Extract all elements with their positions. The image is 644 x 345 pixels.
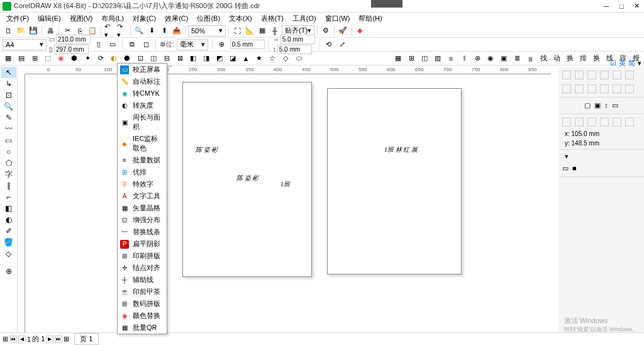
- new-icon[interactable]: 🗋: [3, 25, 14, 37]
- publish-icon[interactable]: 📤: [171, 25, 182, 37]
- dist-right-icon[interactable]: [587, 84, 596, 93]
- t3-15-icon[interactable]: ◧: [187, 53, 199, 64]
- mode-icon-2[interactable]: ▣: [594, 101, 601, 110]
- t3-char-3[interactable]: 换: [564, 53, 575, 64]
- t3-char-1[interactable]: 找: [538, 53, 549, 64]
- menu-view[interactable]: 视图(V): [66, 13, 97, 24]
- page-2[interactable]: 1班 林 红 展: [327, 88, 462, 274]
- open-icon[interactable]: 📁: [15, 25, 26, 37]
- t3-14-icon[interactable]: ⊠: [174, 53, 186, 64]
- zoom-tool-icon[interactable]: 🔍: [1, 101, 16, 112]
- dist-center-icon[interactable]: [575, 84, 584, 93]
- t3-4-icon[interactable]: ⬚: [42, 53, 53, 64]
- current-page-icon[interactable]: ◻: [140, 39, 152, 50]
- ellipse-tool-icon[interactable]: ○: [1, 146, 16, 157]
- t3-1-icon[interactable]: ▦: [3, 53, 14, 64]
- dd-item-1[interactable]: 📏自动标注: [118, 76, 167, 88]
- text-tool-icon[interactable]: 字: [1, 169, 16, 180]
- maximize-button[interactable]: □: [616, 2, 626, 11]
- nav-next-icon[interactable]: ▶: [46, 336, 53, 343]
- align-bottom-icon[interactable]: [625, 71, 634, 79]
- close-button[interactable]: ✕: [631, 2, 641, 11]
- treat-icon[interactable]: ⟲: [323, 39, 335, 50]
- parallel-tool-icon[interactable]: ∥: [1, 180, 16, 191]
- canvas[interactable]: 陈 姿 彬 陈 姿 彬 1班 1班 林 红 展: [25, 74, 551, 322]
- menu-tools[interactable]: 工具(O): [289, 13, 320, 24]
- t3-r7-icon[interactable]: ⊗: [472, 53, 483, 64]
- t3-char-2[interactable]: 动: [551, 53, 562, 64]
- t3-r1-icon[interactable]: ▦: [392, 53, 404, 64]
- dd-item-15[interactable]: ✛结点对齐: [118, 262, 167, 274]
- crop-tool-icon[interactable]: ⊡: [1, 89, 16, 101]
- t3-3-icon[interactable]: ⊞: [29, 53, 40, 64]
- nav-plus2-icon[interactable]: ⊞: [64, 335, 69, 343]
- t3-5-icon[interactable]: ◉: [55, 53, 67, 64]
- t3-r11-icon[interactable]: ⫼: [525, 53, 536, 64]
- transparency-tool-icon[interactable]: ◐: [1, 214, 16, 225]
- align-top-icon[interactable]: [600, 71, 609, 79]
- page-width-input[interactable]: [56, 35, 91, 44]
- t3-r9-icon[interactable]: ▣: [498, 53, 509, 64]
- nav-last-icon[interactable]: ⏭: [55, 336, 62, 343]
- dd-item-5[interactable]: ◆IEC监标取色: [118, 133, 167, 154]
- dd-item-8[interactable]: 字特效字: [118, 178, 167, 190]
- target-5-icon[interactable]: [613, 118, 621, 127]
- t3-char-5[interactable]: 换: [591, 53, 602, 64]
- dist-top-icon[interactable]: [600, 84, 609, 93]
- dd-item-14[interactable]: ⊞印刷拼版: [118, 250, 167, 262]
- eyedropper-tool-icon[interactable]: ✐: [1, 225, 16, 237]
- outline-tool-icon[interactable]: ◇: [1, 248, 16, 259]
- landscape-icon[interactable]: ▭: [107, 39, 118, 50]
- grid-icon[interactable]: ▦: [257, 25, 268, 37]
- dd-item-6[interactable]: ≡批量数据: [118, 154, 167, 166]
- nudge-input[interactable]: [230, 40, 265, 49]
- options-icon[interactable]: ⚙: [320, 25, 331, 37]
- menu-window[interactable]: 窗口(W): [321, 13, 354, 24]
- mode-icon-3[interactable]: ↕: [604, 101, 608, 110]
- dist-left-icon[interactable]: [562, 84, 571, 93]
- menu-edit[interactable]: 编辑(E): [34, 13, 65, 24]
- connector-tool-icon[interactable]: ⌐: [1, 191, 16, 203]
- t3-16-icon[interactable]: ◨: [201, 53, 212, 64]
- dist-middle-icon[interactable]: [613, 84, 621, 93]
- outline-mode-icon[interactable]: ▭: [562, 164, 569, 172]
- dd-item-3[interactable]: ◐转灰度: [118, 99, 167, 111]
- t3-18-icon[interactable]: ◪: [227, 53, 238, 64]
- t3-r10-icon[interactable]: ≣: [511, 53, 523, 64]
- app-icon2[interactable]: ◆: [354, 25, 365, 37]
- mode-icon-4[interactable]: ▭: [612, 101, 618, 110]
- save-icon[interactable]: 💾: [28, 25, 39, 37]
- menu-effect[interactable]: 效果(C): [161, 13, 192, 24]
- fill-tool-icon[interactable]: 🪣: [1, 237, 16, 248]
- dd-item-0[interactable]: ▭校正屏幕: [118, 64, 167, 76]
- shadow-tool-icon[interactable]: ◧: [1, 203, 16, 214]
- import-icon[interactable]: ⬇: [146, 25, 157, 37]
- dup-x-input[interactable]: [280, 35, 315, 44]
- zoom-dropdown[interactable]: 50%▾: [188, 25, 226, 37]
- menu-file[interactable]: 文件(F): [3, 13, 33, 24]
- dd-item-19[interactable]: ◉颜色替换: [118, 310, 167, 322]
- t3-8-icon[interactable]: ⟳: [95, 53, 106, 64]
- menu-help[interactable]: 帮助(H): [355, 13, 386, 24]
- target-6-icon[interactable]: [625, 118, 634, 127]
- t3-17-icon[interactable]: ◩: [214, 53, 225, 64]
- freehand-tool-icon[interactable]: ✎: [1, 112, 16, 123]
- dd-item-13[interactable]: P扁平阴影: [118, 238, 167, 250]
- vertical-ruler[interactable]: [18, 74, 25, 332]
- pick-tool-icon[interactable]: ↖: [1, 67, 16, 78]
- align-middle-icon[interactable]: [613, 71, 621, 79]
- dist-bottom-icon[interactable]: [625, 84, 634, 93]
- t3-2-icon[interactable]: ▤: [16, 53, 27, 64]
- target-3-icon[interactable]: [587, 118, 596, 127]
- horizontal-ruler[interactable]: 0 50 100 150 200 250 300 350 400 450 500…: [25, 67, 551, 74]
- t3-r4-icon[interactable]: ▥: [432, 53, 443, 64]
- minimize-button[interactable]: ─: [601, 2, 611, 11]
- target-1-icon[interactable]: [562, 118, 571, 127]
- dd-item-4[interactable]: ▣周长与面积: [118, 111, 167, 133]
- t3-13-icon[interactable]: ⊟: [161, 53, 172, 64]
- mode-icon-1[interactable]: ▢: [584, 101, 591, 110]
- dd-item-12[interactable]: 〰替换线条: [118, 226, 167, 238]
- t3-r2-icon[interactable]: ⊞: [406, 53, 417, 64]
- redo-icon[interactable]: ↷ ▾: [116, 25, 128, 37]
- target-4-icon[interactable]: [600, 118, 609, 127]
